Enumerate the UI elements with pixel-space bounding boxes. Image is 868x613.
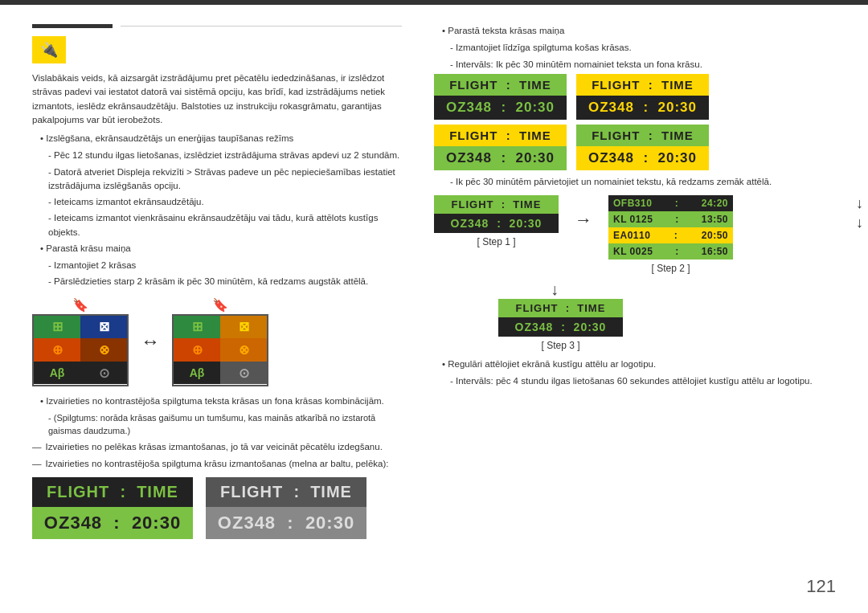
step2-label: [ Step 2 ] [651,263,690,274]
top-decorative-bar [0,0,868,5]
large-flight-widget-1: FLIGHT : TIME OZ348 : 20:30 [32,477,193,539]
step2-val3: 20:50 [702,230,728,241]
flight-widget-r3-header: FLIGHT : TIME [434,125,567,146]
bookmark-icon-right: 🔖 [212,297,228,313]
flight-widget-r4-body: OZ348 : 20:30 [576,146,709,170]
flight-widget-r1: FLIGHT : TIME OZ348 : 20:30 [434,74,567,120]
step2-val2: 13:50 [702,214,728,225]
dash-item-5: Izmantojiet 2 krāsas [48,259,402,272]
emdash-text-1: Izvairieties no pelēkas krāsas izmantoša… [46,440,383,454]
section-bar-light [121,26,402,27]
swap-arrow-icon: ↔ [141,330,160,353]
flight-widget-r2-header: FLIGHT : TIME [576,74,709,96]
large-flight-widget-2: FLIGHT : TIME OZ348 : 20:30 [206,477,366,539]
paren-item-1: (Spilgtums: norāda krāsas gaišumu un tum… [48,411,402,438]
step3-body: OZ348 : 20:30 [498,317,623,337]
step3-header: FLIGHT : TIME [498,299,623,317]
step3-label: [ Step 3 ] [498,340,623,351]
step2-text3: EA0110 [613,230,650,241]
flight-widget-r2-body: OZ348 : 20:30 [576,96,709,120]
step2-block: OFB310 : 24:20 KL 0125 : 13:50 EA0110 : … [608,195,733,274]
step-desc: Ik pēc 30 minūtēm pārvietojiet un nomain… [450,175,836,189]
page-number: 121 [806,576,836,597]
dash-item-1: Pēc 12 stundu ilgas lietošanas, izslēdzi… [48,149,402,162]
grid-cell-2: ⊠ [80,316,127,339]
bullet-item-3: Izvairieties no kontrastējoša spilgtuma … [40,394,402,408]
left-column: 🔌 Vislabākais veids, kā aizsargāt izstrā… [32,24,426,597]
step1-body: OZ348 : 20:30 [434,214,559,233]
step2-sep4: : [675,246,679,257]
step2-sep1: : [675,198,679,209]
step2-val4: 16:50 [702,246,728,257]
step2-row1: OFB310 : 24:20 [608,195,733,211]
step3-widget: FLIGHT : TIME OZ348 : 20:30 [ Step 3 ] [498,299,623,351]
emdash-item-2: Izvairieties no kontrastējoša spilgtuma … [32,457,402,471]
dash-item-6: Pārslēdzieties starp 2 krāsām ik pēc 30 … [48,275,402,288]
grid-cell-r6: ⊙ [220,362,267,385]
right-column: Parastā teksta krāsas maiņa Izmantojiet … [426,24,836,597]
step2-row2: KL 0125 : 13:50 [608,211,733,227]
dash-item-4: Ieteicams izmantot vienkrāsainu ekrānsau… [48,211,402,239]
right-dash-1: Izmantojiet līdzīga spilgtuma košas krās… [450,41,836,55]
grid-cell-1: ⊞ [34,316,80,339]
grid-cell-4: ⊗ [80,338,127,362]
flight-widget-r2: FLIGHT : TIME OZ348 : 20:30 [576,74,709,120]
step2-val1: 24:20 [702,198,728,209]
grid-cell-r2: ⊠ [220,316,267,339]
flight-widget-r4-header: FLIGHT : TIME [576,125,709,146]
step2-row3: EA0110 : 20:50 [608,227,733,243]
right-dash-3: Intervāls: pēc 4 stundu ilgas lietošanas… [450,374,836,388]
large-widget2-header: FLIGHT : TIME [206,477,366,507]
section-header [32,24,402,28]
grid-cell-r4: ⊗ [220,338,267,362]
flight-widget-r3-body: OZ348 : 20:30 [434,146,567,170]
section-icon-box: 🔌 [32,36,66,63]
dash-item-2: Datorā atveriet Displeja rekvizīti > Str… [48,166,402,194]
section-bar-dark [32,24,113,28]
step3-section: ↓ FLIGHT : TIME OZ348 : 20:30 [ Step 3 ] [434,280,836,351]
bookmark-icon-left: 🔖 [72,297,88,313]
grid-cell-r1: ⊞ [174,316,220,339]
right-widgets-row1: FLIGHT : TIME OZ348 : 20:30 FLIGHT : TIM… [434,74,836,120]
emdash-text-2: Izvairieties no kontrastējoša spilgtuma … [46,457,389,471]
step2-text4: KL 0025 [613,246,653,257]
right-bullet-2: Regulāri attēlojiet ekrānā kustīgu attēl… [442,358,836,371]
grid-cell-r5: Aβ [174,362,220,385]
step1-label: [ Step 1 ] [477,236,515,247]
grid-box-left: ⊞ ⊠ ⊕ ⊗ Aβ ⊙ [32,314,129,386]
emdash-item-1: Izvairieties no pelēkas krāsas izmantoša… [32,440,402,454]
color-swap-demo: 🔖 ⊞ ⊠ ⊕ ⊗ Aβ ⊙ ↔ 🔖 ⊞ ⊠ ⊕ ⊗ Aβ [32,297,402,386]
right-widgets-row2: FLIGHT : TIME OZ348 : 20:30 FLIGHT : TIM… [434,125,836,170]
step1-header: FLIGHT : TIME [434,195,559,214]
grid-cell-5: Aβ [34,362,80,385]
step1-widget: FLIGHT : TIME OZ348 : 20:30 [434,195,559,233]
grid-cell-r3: ⊕ [174,338,220,362]
bullet-item-1: Izslēgšana, ekrānsaudzētājs un enerģijas… [40,132,402,145]
bullet-item-2: Parastā krāsu maiņa [40,242,402,255]
step2-text2: KL 0125 [613,214,653,225]
step2-sep3: : [674,230,678,241]
flight-widget-r1-header: FLIGHT : TIME [434,74,567,96]
plug-icon: 🔌 [40,42,58,58]
double-arrow-icon-1: ↓ [856,195,863,212]
step2-text1: OFB310 [613,198,652,209]
step-arrow-right-icon: → [575,210,592,231]
grid-box-right: ⊞ ⊠ ⊕ ⊗ Aβ ⊙ [172,314,268,386]
large-widget1-body: OZ348 : 20:30 [32,507,193,539]
grid-cell-6: ⊙ [80,362,127,385]
dash-item-3: Ieteicams izmantot ekrānsaudzētāju. [48,195,402,209]
step3-arrow-icon: ↓ [551,280,559,299]
steps-section: FLIGHT : TIME OZ348 : 20:30 [ Step 1 ] →… [434,195,836,274]
double-arrow-icon-2: ↓ [856,215,863,231]
large-widget1-header: FLIGHT : TIME [32,477,193,507]
large-widget2-body: OZ348 : 20:30 [206,507,366,539]
flight-widget-r1-body: OZ348 : 20:30 [434,96,567,120]
step2-sep2: : [675,214,679,225]
flight-widget-r3: FLIGHT : TIME OZ348 : 20:30 [434,125,567,170]
step2-widget: OFB310 : 24:20 KL 0125 : 13:50 EA0110 : … [608,195,733,260]
flight-widget-r4: FLIGHT : TIME OZ348 : 20:30 [576,125,709,170]
large-widgets-row: FLIGHT : TIME OZ348 : 20:30 FLIGHT : TIM… [32,477,402,539]
right-bullet-1: Parastā teksta krāsas maiņa [442,24,836,38]
step2-row4: KL 0025 : 16:50 [608,243,733,260]
step1-block: FLIGHT : TIME OZ348 : 20:30 [ Step 1 ] [434,195,559,247]
